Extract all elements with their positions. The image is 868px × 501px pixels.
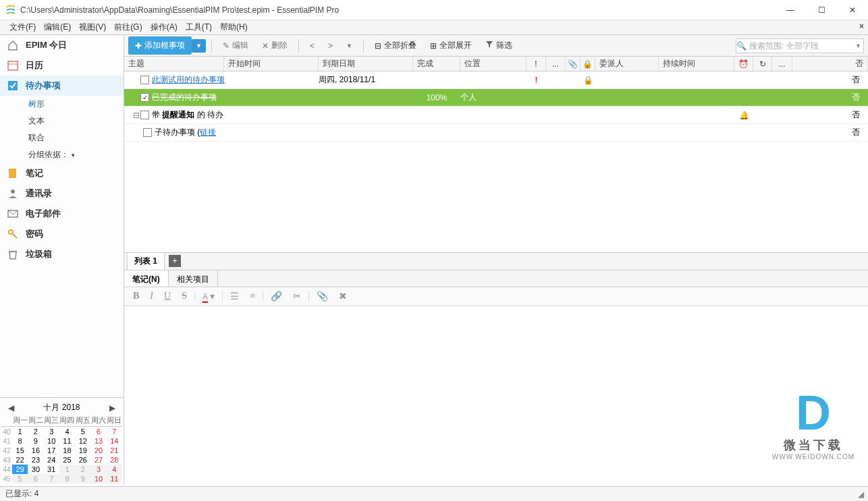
attach-button[interactable]: 📎 (313, 289, 331, 304)
col-misc[interactable]: ... (546, 57, 566, 71)
bullet-list-button[interactable]: ☰ (227, 289, 242, 304)
cal-day[interactable]: 3 (90, 465, 106, 474)
add-list-button[interactable]: + (169, 255, 181, 267)
nav-trash[interactable]: 垃圾箱 (0, 244, 124, 264)
cal-day[interactable]: 10 (44, 436, 59, 446)
col-alarm[interactable]: ⏰ (734, 57, 753, 71)
dropdown-button[interactable]: ▼ (341, 40, 358, 52)
underline-button[interactable]: U (161, 289, 174, 303)
bold-button[interactable]: B (130, 289, 142, 303)
cal-day[interactable]: 10 (90, 474, 106, 483)
cal-day[interactable]: 20 (90, 446, 106, 455)
nav-today[interactable]: EPIM 今日 (0, 35, 124, 55)
cal-title[interactable]: 十月 2018 (43, 402, 80, 413)
number-list-button[interactable]: ≡ (246, 289, 259, 303)
cal-day[interactable]: 14 (107, 436, 122, 446)
col-lock[interactable]: 🔒 (580, 57, 595, 71)
cal-day[interactable]: 24 (44, 455, 59, 465)
col-attachment[interactable]: 📎 (566, 57, 580, 71)
remove-attach-button[interactable]: ✖ (335, 289, 350, 304)
italic-button[interactable]: I (146, 289, 157, 303)
task-checkbox[interactable]: ✓ (140, 93, 149, 102)
cal-day[interactable]: 13 (90, 436, 106, 446)
cal-day[interactable]: 9 (75, 474, 90, 483)
cal-day[interactable]: 26 (75, 455, 90, 465)
prev-button[interactable]: < (304, 38, 320, 53)
list-tab-1[interactable]: 列表 1 (127, 252, 165, 270)
column-header[interactable]: 主题 开始时间 到期日期 完成 位置 ! ... 📎 🔒 委派人 持续时间 ⏰ … (124, 57, 868, 71)
font-color-button[interactable]: A ▾ (199, 289, 219, 304)
cal-day[interactable]: 28 (107, 455, 122, 465)
add-root-button[interactable]: ✚添加根事项 (128, 36, 192, 55)
nav-notes[interactable]: 笔记 (0, 163, 124, 183)
cal-next-button[interactable]: ▶ (105, 403, 119, 413)
menu-edit[interactable]: 编辑(E) (40, 20, 75, 34)
col-due[interactable]: 到期日期 (319, 57, 413, 71)
resize-grip-icon[interactable]: ◢ (858, 490, 864, 499)
add-root-dropdown[interactable]: ▼ (192, 39, 206, 53)
menu-view[interactable]: 视图(V) (75, 20, 110, 34)
cal-day[interactable]: 21 (107, 446, 122, 455)
cal-day[interactable]: 7 (44, 474, 59, 483)
cal-day[interactable]: 3 (44, 427, 59, 437)
cal-day[interactable]: 17 (44, 446, 59, 455)
nav-todo-combined[interactable]: 联合 (28, 129, 124, 146)
expander-icon[interactable]: ⊟ (132, 111, 140, 120)
col-delegate[interactable]: 委派人 (595, 57, 659, 71)
filter-button[interactable]: 筛选 (480, 37, 518, 54)
editor-body[interactable] (124, 306, 868, 487)
close-button[interactable]: ✕ (837, 0, 868, 20)
cal-day[interactable]: 11 (107, 474, 122, 483)
task-row[interactable]: 子待办事项 (链接否 (124, 124, 868, 142)
nav-contacts[interactable]: 通讯录 (0, 183, 124, 204)
unlink-button[interactable]: ✂ (290, 289, 304, 304)
cal-day[interactable]: 4 (59, 427, 75, 437)
task-checkbox[interactable] (143, 128, 152, 137)
cal-day[interactable]: 12 (75, 436, 90, 446)
col-repeat[interactable]: ↻ (753, 57, 772, 71)
collapse-all-button[interactable]: ⊟全部折叠 (369, 37, 422, 54)
search-box[interactable]: 🔍 ▼ (736, 38, 864, 53)
nav-mail[interactable]: 电子邮件 (0, 204, 124, 224)
tab-notes[interactable]: 笔记(N) (124, 270, 169, 287)
nav-todo-tree[interactable]: 树形 (28, 96, 124, 113)
strike-button[interactable]: S (178, 289, 190, 303)
col-done[interactable]: 完成 (413, 57, 460, 71)
col-start[interactable]: 开始时间 (224, 57, 319, 71)
cal-day[interactable]: 2 (28, 427, 43, 437)
col-no[interactable]: 否 (792, 57, 868, 71)
mini-calendar-grid[interactable]: 周一周二周三周四周五周六周日40123456741891011121314421… (1, 415, 122, 483)
cal-day[interactable]: 5 (75, 427, 90, 437)
search-dropdown-icon[interactable]: ▼ (853, 42, 863, 49)
col-location[interactable]: 位置 (460, 57, 526, 71)
task-checkbox[interactable] (140, 111, 149, 119)
cal-day[interactable]: 23 (28, 455, 43, 465)
minimize-button[interactable]: — (775, 0, 806, 20)
nav-todo-groupby[interactable]: 分组依据：▾ (28, 146, 124, 163)
col-subject[interactable]: 主题 (124, 57, 224, 71)
cal-day[interactable]: 27 (90, 455, 106, 465)
cal-day[interactable]: 4 (107, 465, 122, 474)
nav-passwords[interactable]: 密码 (0, 224, 124, 244)
cal-day[interactable]: 1 (59, 465, 75, 474)
cal-day[interactable]: 9 (28, 436, 43, 446)
cal-day[interactable]: 31 (44, 465, 59, 474)
cal-day[interactable]: 18 (59, 446, 75, 455)
cal-day[interactable]: 8 (59, 474, 75, 483)
cal-day[interactable]: 15 (12, 446, 28, 455)
col-duration[interactable]: 持续时间 (659, 57, 734, 71)
cal-day[interactable]: 6 (28, 474, 43, 483)
col-priority[interactable]: ! (526, 57, 546, 71)
cal-day[interactable]: 2 (75, 465, 90, 474)
menu-tools[interactable]: 工具(T) (182, 20, 216, 34)
cal-day[interactable]: 5 (12, 474, 28, 483)
menu-close-icon[interactable]: × (859, 22, 864, 31)
cal-day[interactable]: 6 (90, 427, 106, 437)
edit-button[interactable]: ✎编辑 (217, 37, 254, 54)
search-input[interactable] (747, 41, 853, 51)
cal-day[interactable]: 16 (28, 446, 43, 455)
cal-day[interactable]: 7 (107, 427, 122, 437)
tab-related[interactable]: 相关项目 (169, 270, 218, 287)
menu-goto[interactable]: 前往(G) (110, 20, 146, 34)
task-checkbox[interactable] (140, 76, 149, 84)
